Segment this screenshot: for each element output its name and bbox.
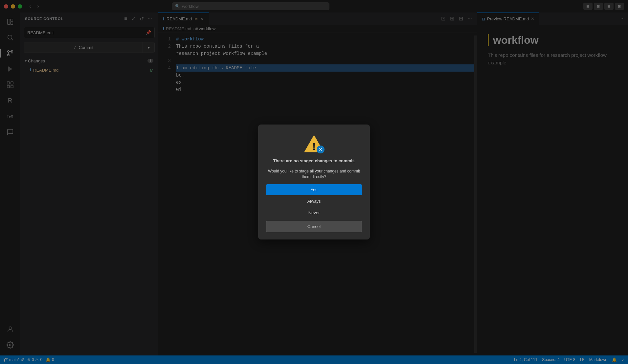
modal-overlay: ! There are no staged changes to commit.… xyxy=(0,0,628,364)
modal-cancel-button[interactable]: Cancel xyxy=(266,221,362,232)
modal-dialog: ! There are no staged changes to commit.… xyxy=(258,125,370,239)
svg-text:!: ! xyxy=(312,141,316,152)
error-badge xyxy=(317,146,325,153)
modal-never-button[interactable]: Never xyxy=(266,207,362,218)
modal-yes-button[interactable]: Yes xyxy=(266,184,362,195)
modal-icon-area: ! xyxy=(303,134,325,153)
modal-secondary-message: Would you like to stage all your changes… xyxy=(266,169,362,180)
modal-always-button[interactable]: Always xyxy=(266,196,362,207)
modal-primary-message: There are no staged changes to commit. xyxy=(273,158,355,164)
modal-buttons: Yes Always Never Cancel xyxy=(266,184,362,232)
